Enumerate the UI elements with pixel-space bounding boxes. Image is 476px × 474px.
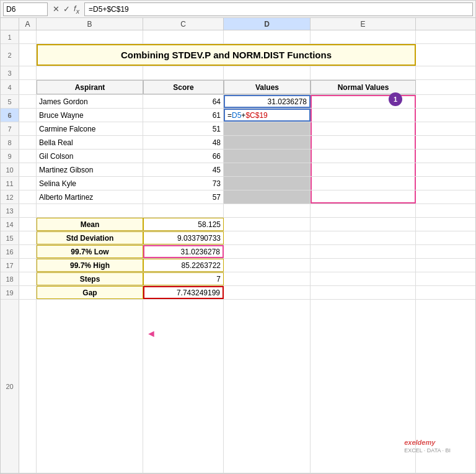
cell-d1[interactable]: [224, 30, 311, 43]
cell-b12[interactable]: Alberto Martinez: [37, 190, 143, 203]
cell-c20[interactable]: [143, 300, 224, 473]
row-19: 19 Gap 7.743249199: [1, 286, 475, 300]
cell-b1[interactable]: [37, 30, 143, 43]
cell-e14[interactable]: [311, 218, 416, 231]
cell-c3[interactable]: [143, 66, 224, 79]
cell-c11[interactable]: 73: [143, 177, 224, 190]
cell-d7[interactable]: [224, 122, 311, 135]
cell-a8[interactable]: [19, 136, 37, 149]
cell-e13[interactable]: [311, 204, 416, 217]
cell-b13[interactable]: [37, 204, 143, 217]
cell-d11[interactable]: [224, 177, 311, 190]
col-header-b[interactable]: B: [37, 18, 143, 30]
cell-c5[interactable]: 64: [143, 95, 224, 108]
cell-a19[interactable]: [19, 286, 37, 299]
cell-c8[interactable]: 48: [143, 136, 224, 149]
cell-b10[interactable]: Martinez Gibson: [37, 163, 143, 176]
cell-d18[interactable]: [224, 272, 311, 285]
cell-d8[interactable]: 2: [224, 136, 311, 149]
cell-b11[interactable]: Selina Kyle: [37, 177, 143, 190]
cell-a1[interactable]: [19, 30, 37, 43]
cell-b9[interactable]: Gil Colson: [37, 150, 143, 163]
cell-d17[interactable]: [224, 259, 311, 272]
cell-c12[interactable]: 57: [143, 190, 224, 203]
cell-b6[interactable]: Bruce Wayne: [37, 109, 143, 122]
cell-e15[interactable]: [311, 231, 416, 244]
cell-c7[interactable]: 51: [143, 122, 224, 135]
cell-d9[interactable]: [224, 150, 311, 163]
cell-c6[interactable]: 61: [143, 109, 224, 122]
row-4: 4 Aspirant Score Values Normal Values: [1, 80, 475, 95]
col-header-e[interactable]: E: [311, 18, 416, 30]
cell-reference[interactable]: D6: [3, 2, 48, 16]
cell-a13[interactable]: [19, 204, 37, 217]
cell-c18-value[interactable]: 7: [143, 272, 224, 285]
cell-d6-formula[interactable]: =D5+$C$19: [224, 109, 311, 122]
cell-a6[interactable]: [19, 109, 37, 122]
cell-c9[interactable]: 66: [143, 150, 224, 163]
row-num-18: 18: [1, 272, 19, 285]
cell-d15[interactable]: [224, 231, 311, 244]
cell-a2[interactable]: [19, 44, 37, 66]
cancel-icon[interactable]: ✕: [53, 4, 60, 14]
cell-b17-label: 99.7% High: [37, 259, 143, 272]
cell-b7[interactable]: Carmine Falcone: [37, 122, 143, 135]
cell-e19[interactable]: [311, 286, 416, 299]
cell-d19[interactable]: [224, 286, 311, 299]
cell-c19-value[interactable]: 7.743249199: [143, 286, 224, 299]
cell-c15-value[interactable]: 9.033790733: [143, 231, 224, 244]
cell-a4[interactable]: [19, 80, 37, 94]
cell-d10[interactable]: [224, 163, 311, 176]
cell-e9[interactable]: [311, 150, 416, 163]
cell-a5[interactable]: [19, 95, 37, 108]
col-header-c[interactable]: C: [143, 18, 224, 30]
cell-e16[interactable]: [311, 245, 416, 258]
cell-c1[interactable]: [143, 30, 224, 43]
cell-c17-value[interactable]: 85.2263722: [143, 259, 224, 272]
cell-d3[interactable]: [224, 66, 311, 79]
formula-input[interactable]: =D5+$C$19: [84, 2, 473, 16]
row-num-16: 16: [1, 245, 19, 258]
cell-a18[interactable]: [19, 272, 37, 285]
cell-a15[interactable]: [19, 231, 37, 244]
cell-e1[interactable]: [311, 30, 416, 43]
cell-a20[interactable]: [19, 300, 37, 473]
cell-d16[interactable]: [224, 245, 311, 258]
cell-e17[interactable]: [311, 259, 416, 272]
cell-a7[interactable]: [19, 122, 37, 135]
confirm-icon[interactable]: ✓: [63, 4, 70, 14]
cell-d13[interactable]: [224, 204, 311, 217]
cell-e11[interactable]: [311, 177, 416, 190]
cell-b3[interactable]: [37, 66, 143, 79]
cell-a11[interactable]: [19, 177, 37, 190]
cell-a9[interactable]: [19, 150, 37, 163]
cell-c13[interactable]: [143, 204, 224, 217]
cell-a3[interactable]: [19, 66, 37, 79]
cell-b20[interactable]: [37, 300, 143, 473]
col-header-d[interactable]: D: [224, 18, 311, 30]
function-icon[interactable]: fx: [74, 4, 79, 15]
cell-d5[interactable]: 31.0236278: [224, 95, 311, 108]
cell-a14[interactable]: [19, 218, 37, 231]
cell-e12[interactable]: [311, 190, 416, 203]
cell-e18[interactable]: [311, 272, 416, 285]
cell-a16[interactable]: [19, 245, 37, 258]
cell-a12[interactable]: [19, 190, 37, 203]
cell-d14[interactable]: [224, 218, 311, 231]
cell-e3[interactable]: [311, 66, 416, 79]
cell-d20[interactable]: [224, 300, 311, 473]
cell-d12[interactable]: [224, 190, 311, 203]
cell-b8[interactable]: Bella Real: [37, 136, 143, 149]
cell-e6[interactable]: [311, 109, 416, 122]
cell-a10[interactable]: [19, 163, 37, 176]
cell-c14-value[interactable]: 58.125: [143, 218, 224, 231]
cell-a17[interactable]: [19, 259, 37, 272]
cell-e10[interactable]: [311, 163, 416, 176]
cell-c10[interactable]: 45: [143, 163, 224, 176]
cell-c16-value[interactable]: 31.0236278: [143, 245, 224, 258]
cell-e8[interactable]: [311, 136, 416, 149]
cell-e7[interactable]: [311, 122, 416, 135]
col-header-a[interactable]: A: [19, 18, 37, 30]
cell-b5[interactable]: James Gordon: [37, 95, 143, 108]
cell-e20[interactable]: [311, 300, 416, 473]
